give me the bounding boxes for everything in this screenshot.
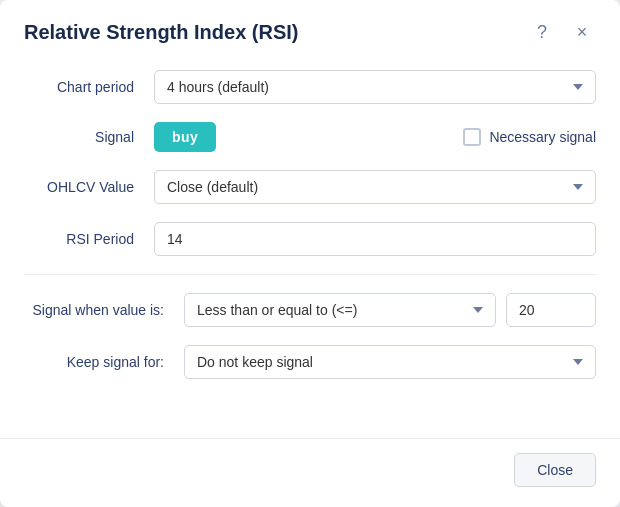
rsi-period-input[interactable] xyxy=(154,222,596,256)
rsi-dialog: Relative Strength Index (RSI) ? × Chart … xyxy=(0,0,620,507)
help-icon: ? xyxy=(537,22,547,43)
help-icon-button[interactable]: ? xyxy=(528,18,556,46)
dialog-header: Relative Strength Index (RSI) ? × xyxy=(0,0,620,60)
dialog-title: Relative Strength Index (RSI) xyxy=(24,21,299,44)
keep-signal-row: Keep signal for: Do not keep signal xyxy=(24,345,596,379)
chart-period-select[interactable]: 4 hours (default) xyxy=(154,70,596,104)
keep-signal-control: Do not keep signal xyxy=(184,345,596,379)
keep-signal-select[interactable]: Do not keep signal xyxy=(184,345,596,379)
close-icon-button[interactable]: × xyxy=(568,18,596,46)
section-divider xyxy=(24,274,596,275)
necessary-signal-checkbox[interactable] xyxy=(463,128,481,146)
dialog-footer: Close xyxy=(0,438,620,507)
signal-control: buy Necessary signal xyxy=(154,122,596,152)
ohlcv-row: OHLCV Value Close (default) xyxy=(24,170,596,204)
signal-when-controls: Less than or equal to (<=) xyxy=(184,293,596,327)
chart-period-label: Chart period xyxy=(24,79,154,95)
ohlcv-control: Close (default) xyxy=(154,170,596,204)
buy-badge: buy xyxy=(154,122,216,152)
dialog-body: Chart period 4 hours (default) Signal bu… xyxy=(0,60,620,438)
necessary-signal-wrapper: Necessary signal xyxy=(463,128,596,146)
signal-when-row: Signal when value is: Less than or equal… xyxy=(24,293,596,327)
chart-period-control: 4 hours (default) xyxy=(154,70,596,104)
ohlcv-label: OHLCV Value xyxy=(24,179,154,195)
signal-label: Signal xyxy=(24,129,154,145)
signal-when-label: Signal when value is: xyxy=(24,302,184,318)
rsi-period-control xyxy=(154,222,596,256)
threshold-input-wrapper xyxy=(506,293,596,327)
keep-signal-label: Keep signal for: xyxy=(24,354,184,370)
condition-select-wrapper: Less than or equal to (<=) xyxy=(184,293,496,327)
threshold-input[interactable] xyxy=(506,293,596,327)
rsi-period-label: RSI Period xyxy=(24,231,154,247)
header-icons: ? × xyxy=(528,18,596,46)
rsi-period-row: RSI Period xyxy=(24,222,596,256)
condition-select[interactable]: Less than or equal to (<=) xyxy=(184,293,496,327)
close-x-icon: × xyxy=(577,22,588,43)
chart-period-row: Chart period 4 hours (default) xyxy=(24,70,596,104)
necessary-signal-label: Necessary signal xyxy=(489,129,596,145)
signal-row: Signal buy Necessary signal xyxy=(24,122,596,152)
close-button[interactable]: Close xyxy=(514,453,596,487)
signal-row-inner: buy Necessary signal xyxy=(154,122,596,152)
ohlcv-select[interactable]: Close (default) xyxy=(154,170,596,204)
